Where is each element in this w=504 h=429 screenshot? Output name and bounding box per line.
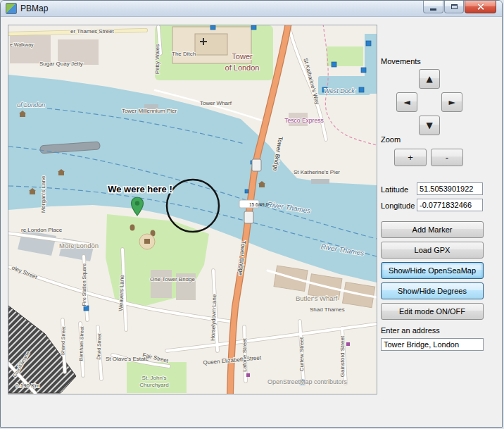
right-arrow-icon: ► — [448, 97, 455, 107]
minimize-button[interactable] — [423, 1, 443, 13]
maximize-icon — [451, 4, 458, 9]
map-label: Gainsford Street — [339, 335, 346, 377]
load-gpx-button[interactable]: Load GPX — [381, 242, 484, 259]
close-button[interactable] — [465, 1, 496, 13]
marker-caption: We were here ! — [108, 184, 172, 194]
map-container[interactable]: e Walkway Sugar Quay Jetty er Thames Str… — [8, 25, 377, 394]
map-label: More London — [59, 242, 99, 249]
map-label: Petty Wales — [154, 44, 160, 74]
map-label: St. John's — [142, 375, 167, 381]
move-up-button[interactable]: ▲ — [419, 69, 440, 89]
window-title: PBMap — [20, 4, 48, 13]
map-label: Tower Millennium Pier — [122, 108, 177, 114]
map-label: The Ditch — [172, 51, 196, 57]
maximize-button[interactable] — [444, 1, 464, 13]
longitude-input[interactable] — [417, 199, 483, 211]
map-label: Churchyard — [139, 382, 168, 388]
move-right-button[interactable]: ► — [441, 92, 462, 112]
theatre-masks-icon — [130, 225, 135, 231]
map-label: re London Place — [21, 227, 63, 233]
zoom-out-button[interactable]: - — [431, 149, 463, 166]
map-label: of London — [225, 63, 260, 72]
app-window: PBMap — [0, 0, 503, 428]
map-label: of London — [17, 101, 45, 108]
longitude-label: Longitude — [381, 201, 415, 210]
map-label: Tesco Express — [284, 117, 323, 124]
add-marker-button[interactable]: Add Marker — [381, 221, 484, 238]
close-icon — [477, 3, 484, 11]
down-arrow-icon: ▼ — [426, 120, 432, 130]
left-arrow-icon: ◄ — [403, 97, 410, 107]
movements-label: Movements — [381, 57, 421, 66]
attribution-text: OpenStreetMap contributors — [267, 378, 348, 385]
map-label: Morgan's Lane — [40, 175, 46, 213]
map-view[interactable]: e Walkway Sugar Quay Jetty er Thames Str… — [8, 25, 377, 394]
move-left-button[interactable]: ◄ — [396, 92, 417, 112]
map-label: Druid Street — [96, 333, 101, 360]
latitude-input[interactable] — [417, 182, 483, 195]
address-label: Enter an address — [381, 326, 440, 335]
map-label: Tower — [232, 52, 253, 61]
clearance-text: 15.6/49.6 — [249, 202, 268, 207]
map-label: Tower Wharf — [200, 100, 232, 106]
zoom-in-button[interactable]: + — [394, 149, 427, 166]
map-label: Shad Thames — [310, 306, 345, 313]
scale-text: 0.190 Km — [15, 383, 40, 389]
map-label: e Walkway — [10, 42, 34, 48]
edit-mode-button[interactable]: Edit mode ON/OFF — [381, 303, 484, 320]
map-label: West Dock — [324, 87, 355, 94]
latitude-label: Latitude — [381, 185, 408, 194]
map-label: Curlew Street — [298, 337, 305, 371]
title-bar[interactable]: PBMap — [1, 1, 502, 17]
map-label: Weavers Lane — [118, 275, 125, 311]
monument-glyph — [144, 239, 150, 244]
map-label: St Katherine's Pier — [294, 169, 340, 175]
up-arrow-icon: ▲ — [426, 74, 432, 84]
shop-icon — [246, 373, 250, 377]
address-input[interactable] — [381, 338, 484, 351]
map-label: Fire Station Square — [82, 263, 87, 306]
minimize-icon — [430, 8, 436, 11]
map-label: er Thames Street — [70, 28, 114, 35]
map-label: Sugar Quay Jetty — [39, 61, 83, 67]
toggle-openseamap-button[interactable]: Show/Hide OpenSeaMap — [381, 262, 484, 279]
move-down-button[interactable]: ▼ — [419, 116, 440, 135]
toggle-degrees-button[interactable]: Show/Hide Degrees — [381, 282, 484, 299]
map-label: Shand Street — [60, 326, 65, 355]
map-label: One Tower Bridge — [150, 276, 195, 282]
zoom-label: Zoom — [381, 135, 401, 144]
app-icon — [6, 3, 17, 14]
map-label: Lafone Street — [241, 337, 248, 372]
map-label: Butler's Wharf — [296, 294, 338, 302]
shop-icon — [346, 342, 350, 346]
